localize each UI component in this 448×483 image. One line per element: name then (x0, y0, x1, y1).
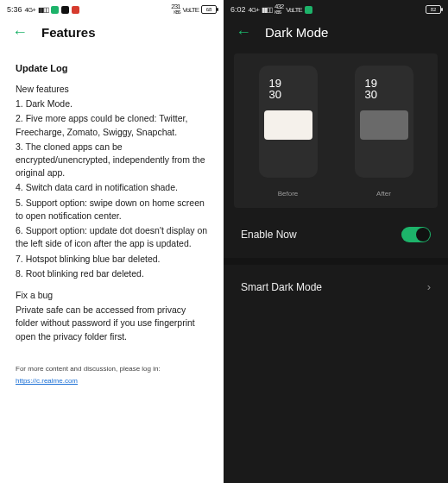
fix-bug-label: Fix a bug (16, 289, 208, 302)
preview-pane: 19 30 Before 19 30 After (234, 53, 438, 208)
battery-level: 82 (431, 7, 437, 12)
preview-before: 19 30 Before (259, 66, 318, 198)
feature-item: 8. Root blinking red bar deleted. (16, 267, 208, 280)
status-time: 5:36 (7, 5, 22, 14)
back-arrow-icon[interactable]: ← (236, 24, 251, 40)
phone-dark-mode: 6:02 4G+ ▮▮▯▯ 432 KB/S VoLTE 82 ← Dark M… (224, 0, 448, 483)
enable-now-row[interactable]: Enable Now (224, 211, 448, 258)
battery-icon: 82 (426, 5, 441, 14)
status-left: 5:36 4G+ ▮▮▯▯ (7, 5, 79, 14)
back-arrow-icon[interactable]: ← (12, 24, 28, 40)
scroll-content[interactable]: 19 30 Before 19 30 After Enable Now Smar… (224, 48, 448, 483)
fix-bug-text: Private safe can be accessed from privac… (16, 304, 208, 343)
header: ← Dark Mode (224, 19, 448, 48)
preview-notif-dark (360, 110, 408, 140)
network-label: 4G+ (249, 6, 259, 14)
before-label: Before (278, 190, 299, 198)
battery-icon: 68 (201, 5, 217, 14)
app-icon-1 (51, 6, 59, 14)
divider (224, 258, 448, 265)
feature-item: 3. The cloned apps can be encrypted/unen… (16, 141, 208, 180)
data-rate-unit: KB/S (274, 9, 281, 15)
status-left: 6:02 4G+ ▮▮▯▯ 432 KB/S VoLTE (230, 4, 312, 16)
signal-icon: ▮▮▯▯ (38, 6, 48, 14)
feature-item: 4. Switch data card in notification shad… (16, 181, 208, 194)
feature-item: 7. Hotspot blinking blue bar deleted. (16, 253, 208, 266)
enable-now-toggle[interactable] (401, 227, 431, 242)
header: ← Features (0, 19, 224, 48)
after-label: After (376, 190, 391, 198)
smart-dark-mode-row[interactable]: Smart Dark Mode › (224, 265, 448, 309)
battery-level: 68 (206, 7, 212, 12)
preview-time: 19 30 (365, 78, 377, 100)
update-log-heading: Update Log (16, 62, 208, 76)
app-icon (305, 6, 312, 14)
status-right: 231 KB/S VoLTE 68 (171, 4, 217, 16)
network-label: 4G+ (25, 6, 35, 14)
status-bar: 5:36 4G+ ▮▮▯▯ 231 KB/S VoLTE 68 (0, 0, 224, 19)
scroll-content[interactable]: Update Log New features 1. Dark Mode. 2.… (0, 48, 224, 396)
footer-note: For more content and discussion, please … (16, 364, 208, 374)
volte-icon: VoLTE (286, 6, 301, 14)
volte-icon: VoLTE (183, 6, 199, 14)
status-bar: 6:02 4G+ ▮▮▯▯ 432 KB/S VoLTE 82 (224, 0, 448, 19)
feature-item: 2. Five more apps could be cloned: Twitt… (16, 112, 208, 138)
status-time: 6:02 (230, 5, 246, 14)
preview-phone-before: 19 30 (259, 66, 318, 178)
preview-time: 19 30 (269, 78, 281, 100)
phone-features: 5:36 4G+ ▮▮▯▯ 231 KB/S VoLTE 68 ← Featur… (0, 0, 224, 483)
status-right: 82 (426, 5, 441, 14)
feature-item: 1. Dark Mode. (16, 97, 208, 110)
app-icon-2 (61, 6, 69, 14)
chevron-right-icon: › (427, 280, 431, 293)
preview-after: 19 30 After (355, 66, 413, 198)
preview-notif-light (264, 110, 312, 140)
signal-icon: ▮▮▯▯ (262, 6, 272, 14)
new-features-label: New features (16, 83, 208, 96)
feature-list: 1. Dark Mode. 2. Five more apps could be… (16, 97, 208, 280)
feature-item: 6. Support option: update dot doesn't di… (16, 224, 208, 250)
smart-dark-mode-label: Smart Dark Mode (241, 281, 322, 293)
footer-link[interactable]: https://c.realme.com (16, 377, 78, 385)
page-title: Dark Mode (265, 25, 328, 40)
data-rate-unit: KB/S (174, 9, 180, 15)
enable-now-label: Enable Now (241, 229, 297, 241)
feature-item: 5. Support option: swipe down on home sc… (16, 197, 208, 223)
app-icon-3 (72, 6, 79, 14)
page-title: Features (41, 25, 96, 40)
preview-phone-after: 19 30 (355, 66, 413, 178)
